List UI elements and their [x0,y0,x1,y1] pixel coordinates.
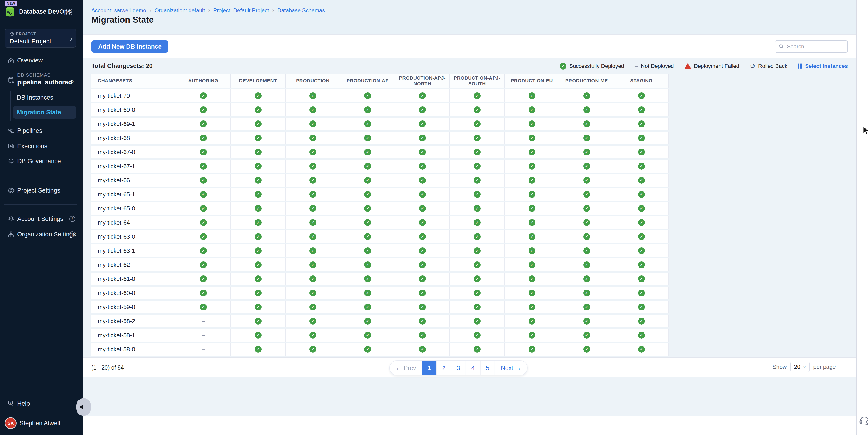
success-badge-icon: ✓ [638,191,645,198]
breadcrumb: Account: satwell-demo›Organization: defa… [91,7,325,14]
success-badge-icon: ✓ [638,318,645,324]
status-cell: ✓ [340,343,395,356]
status-cell: ✓ [340,230,395,243]
status-cell: ✓ [614,230,669,243]
status-cell: ✓ [231,273,286,285]
status-cell: ✓ [559,287,614,299]
page-size-select[interactable]: 20 ∨ [790,362,810,372]
sidebar-item-project-settings[interactable]: Project Settings [0,185,83,196]
status-cell: ✓ [559,343,614,356]
success-badge-icon: ✓ [529,120,535,127]
success-badge-icon: ✓ [638,261,645,268]
project-selector[interactable]: PROJECT Default Project › [4,29,76,48]
svg-text:?: ? [10,401,11,404]
success-badge-icon: ✓ [200,120,207,127]
success-badge-icon: ✓ [419,275,426,282]
breadcrumb-link[interactable]: Organization: default [155,7,205,13]
apps-grid-icon[interactable] [66,9,73,15]
page-button[interactable]: 5 [480,361,495,375]
status-cell: ✓ [176,258,231,271]
status-cell: ✓ [614,146,669,158]
success-badge-icon: ✓ [638,304,645,310]
success-badge-icon: ✓ [583,177,590,184]
success-badge-icon: ✓ [529,304,535,310]
user-menu[interactable]: SA Stephen Atwell [0,417,83,429]
success-badge-icon: ✓ [309,177,316,184]
success-badge-icon: ✓ [255,120,261,127]
status-cell: ✓ [176,287,231,299]
status-cell: ✓ [231,202,286,215]
status-cell: ✓ [450,315,505,328]
prev-button[interactable]: ← Prev [390,361,422,375]
success-badge-icon: ✓ [529,233,535,240]
status-cell: ✓ [231,89,286,102]
project-name: Default Project [9,38,51,45]
status-cell: ✓ [340,160,395,173]
success-badge-icon: ✓ [474,134,480,142]
help-button[interactable]: ? Help [0,398,83,409]
sidebar-item-overview[interactable]: Overview [0,55,83,66]
status-cell: ✓ [505,174,559,187]
success-badge-icon: ✓ [529,247,535,254]
status-cell: ✓ [340,89,395,102]
sidebar-item-organization-settings[interactable]: Organization Settings i [0,229,83,240]
success-badge-icon: ✓ [638,163,645,169]
page-button[interactable]: 4 [466,361,480,375]
status-cell: ✓ [505,118,559,130]
legend-item: –Not Deployed [634,63,674,69]
success-badge-icon: ✓ [255,92,261,99]
page-button[interactable]: 2 [436,361,451,375]
sidebar-item-db-governance[interactable]: DB Governance [0,156,83,166]
search-input[interactable] [786,43,844,50]
info-icon[interactable]: i [69,216,75,222]
add-db-instance-button[interactable]: Add New DB Instance [91,40,168,53]
sidebar-item-account-settings[interactable]: Account Settings i [0,213,83,224]
pipelines-icon [7,127,15,134]
status-cell: ✓ [505,343,559,356]
success-badge-icon: ✓ [419,205,426,212]
success-badge-icon: ✓ [529,318,535,324]
collapse-sidebar-handle[interactable] [76,398,91,416]
success-badge-icon: ✓ [309,318,316,324]
search-box[interactable] [775,40,848,53]
status-cell: ✓ [559,329,614,342]
select-instances-button[interactable]: Select Instances [798,63,848,69]
success-badge-icon: ✓ [200,92,207,99]
status-cell: ✓ [450,103,505,116]
sidebar-item-pipelines[interactable]: Pipelines [0,125,83,136]
success-badge-icon: ✓ [255,191,261,198]
breadcrumb-link[interactable]: Project: Default Project [213,7,269,13]
column-header: CHANGESETS [91,74,176,88]
success-badge-icon: ✓ [474,346,480,353]
sidebar-item-db-schemas[interactable]: DB SCHEMAS pipeline_authored › [0,72,83,90]
success-badge-icon: ✓ [419,247,426,254]
status-cell: ✓ [614,258,669,271]
success-badge-icon: ✓ [255,177,261,184]
breadcrumb-link[interactable]: Account: satwell-demo [91,7,146,13]
success-badge-icon: ✓ [638,346,645,353]
status-cell: ✓ [286,329,340,342]
sidebar-item-migration-state[interactable]: Migration State [13,106,76,119]
info-icon[interactable]: i [69,231,75,237]
success-badge-icon: ✓ [638,275,645,282]
status-cell: ✓ [231,287,286,299]
success-badge-icon: ✓ [583,247,590,254]
chevron-down-icon: ∨ [803,365,806,370]
not-deployed-dash-icon: – [634,63,638,69]
sidebar-item-db-instances[interactable]: DB Instances [13,92,76,103]
support-headset-icon[interactable] [859,414,868,426]
table-row: my-ticket-65-1✓✓✓✓✓✓✓✓✓ [91,188,669,201]
success-badge-icon: ✓ [529,92,535,99]
failed-triangle-icon [684,63,691,69]
next-button[interactable]: Next → [495,361,527,375]
status-cell: ✓ [559,244,614,257]
page-button[interactable]: 3 [451,361,466,375]
success-badge-icon: ✓ [583,261,590,268]
success-badge-icon: ✓ [255,233,261,240]
sidebar-item-executions[interactable]: Executions [0,141,83,152]
breadcrumb-link[interactable]: Database Schemas [277,7,325,13]
status-cell: ✓ [231,329,286,342]
page-button[interactable]: 1 [422,361,436,375]
success-badge-icon: ✓ [529,289,535,297]
success-badge-icon: ✓ [474,177,480,184]
